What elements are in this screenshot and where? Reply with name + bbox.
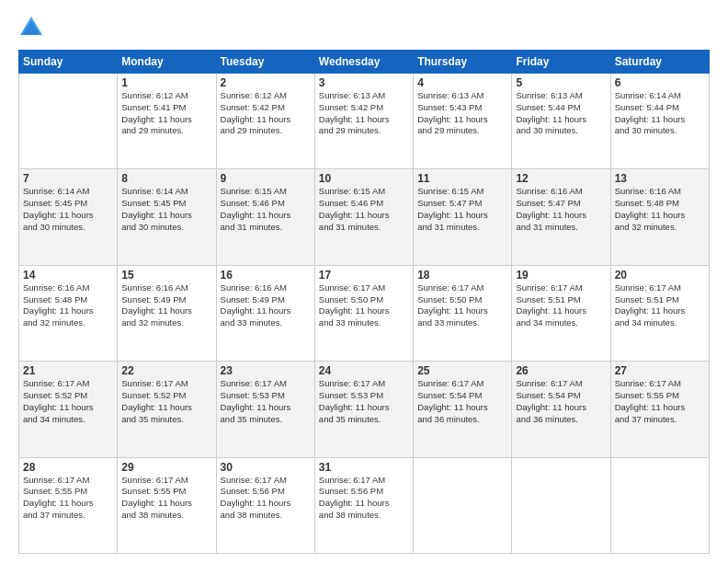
- calendar-cell: 18Sunrise: 6:17 AM Sunset: 5:50 PM Dayli…: [414, 265, 512, 361]
- day-info: Sunrise: 6:12 AM Sunset: 5:41 PM Dayligh…: [121, 90, 211, 137]
- calendar-cell: 8Sunrise: 6:14 AM Sunset: 5:45 PM Daylig…: [118, 169, 216, 265]
- day-info: Sunrise: 6:17 AM Sunset: 5:56 PM Dayligh…: [221, 475, 311, 522]
- day-info: Sunrise: 6:17 AM Sunset: 5:53 PM Dayligh…: [319, 378, 409, 425]
- day-number: 14: [23, 269, 113, 282]
- day-info: Sunrise: 6:13 AM Sunset: 5:43 PM Dayligh…: [417, 90, 507, 137]
- day-info: Sunrise: 6:15 AM Sunset: 5:46 PM Dayligh…: [319, 186, 409, 233]
- calendar-cell: [19, 74, 118, 169]
- day-info: Sunrise: 6:17 AM Sunset: 5:51 PM Dayligh…: [516, 282, 606, 329]
- day-number: 28: [23, 461, 113, 474]
- calendar-cell: 15Sunrise: 6:16 AM Sunset: 5:49 PM Dayli…: [118, 265, 216, 361]
- day-info: Sunrise: 6:17 AM Sunset: 5:51 PM Dayligh…: [615, 282, 705, 329]
- calendar-cell: 22Sunrise: 6:17 AM Sunset: 5:52 PM Dayli…: [118, 362, 216, 457]
- calendar-table: SundayMondayTuesdayWednesdayThursdayFrid…: [18, 50, 710, 554]
- day-number: 16: [221, 269, 311, 282]
- day-info: Sunrise: 6:17 AM Sunset: 5:52 PM Dayligh…: [23, 378, 113, 425]
- calendar-week-row: 28Sunrise: 6:17 AM Sunset: 5:55 PM Dayli…: [19, 457, 710, 553]
- day-number: 15: [121, 269, 211, 282]
- calendar-cell: [610, 457, 709, 553]
- calendar-header-row: SundayMondayTuesdayWednesdayThursdayFrid…: [19, 51, 710, 74]
- day-info: Sunrise: 6:14 AM Sunset: 5:44 PM Dayligh…: [615, 90, 705, 137]
- day-info: Sunrise: 6:13 AM Sunset: 5:44 PM Dayligh…: [516, 90, 606, 137]
- calendar-cell: 2Sunrise: 6:12 AM Sunset: 5:42 PM Daylig…: [216, 74, 314, 169]
- day-info: Sunrise: 6:15 AM Sunset: 5:46 PM Dayligh…: [221, 186, 311, 233]
- day-number: 18: [417, 269, 507, 282]
- day-info: Sunrise: 6:17 AM Sunset: 5:54 PM Dayligh…: [516, 378, 606, 425]
- day-info: Sunrise: 6:15 AM Sunset: 5:47 PM Dayligh…: [417, 186, 507, 233]
- day-info: Sunrise: 6:16 AM Sunset: 5:48 PM Dayligh…: [23, 282, 113, 329]
- calendar-cell: 12Sunrise: 6:16 AM Sunset: 5:47 PM Dayli…: [512, 169, 610, 265]
- day-number: 1: [121, 76, 211, 89]
- calendar-cell: 27Sunrise: 6:17 AM Sunset: 5:55 PM Dayli…: [610, 362, 709, 457]
- calendar-cell: 23Sunrise: 6:17 AM Sunset: 5:53 PM Dayli…: [216, 362, 314, 457]
- day-number: 21: [23, 364, 113, 377]
- calendar-cell: [512, 457, 610, 553]
- page: SundayMondayTuesdayWednesdayThursdayFrid…: [0, 0, 728, 563]
- calendar-cell: [414, 457, 512, 553]
- day-number: 31: [319, 461, 409, 474]
- calendar-cell: 1Sunrise: 6:12 AM Sunset: 5:41 PM Daylig…: [118, 74, 216, 169]
- day-info: Sunrise: 6:17 AM Sunset: 5:56 PM Dayligh…: [319, 475, 409, 522]
- calendar-weekday-friday: Friday: [512, 51, 610, 74]
- calendar-weekday-saturday: Saturday: [610, 51, 709, 74]
- day-info: Sunrise: 6:16 AM Sunset: 5:49 PM Dayligh…: [221, 282, 311, 329]
- calendar-cell: 28Sunrise: 6:17 AM Sunset: 5:55 PM Dayli…: [19, 457, 118, 553]
- day-number: 20: [615, 269, 705, 282]
- calendar-cell: 7Sunrise: 6:14 AM Sunset: 5:45 PM Daylig…: [19, 169, 118, 265]
- day-info: Sunrise: 6:12 AM Sunset: 5:42 PM Dayligh…: [221, 90, 311, 137]
- calendar-cell: 10Sunrise: 6:15 AM Sunset: 5:46 PM Dayli…: [314, 169, 413, 265]
- day-info: Sunrise: 6:17 AM Sunset: 5:52 PM Dayligh…: [121, 378, 211, 425]
- calendar-cell: 24Sunrise: 6:17 AM Sunset: 5:53 PM Dayli…: [314, 362, 413, 457]
- day-number: 25: [417, 364, 507, 377]
- day-number: 30: [221, 461, 311, 474]
- day-info: Sunrise: 6:17 AM Sunset: 5:53 PM Dayligh…: [221, 378, 311, 425]
- day-info: Sunrise: 6:17 AM Sunset: 5:50 PM Dayligh…: [417, 282, 507, 329]
- day-number: 23: [221, 364, 311, 377]
- day-number: 26: [516, 364, 606, 377]
- logo: [18, 15, 48, 40]
- calendar-weekday-monday: Monday: [118, 51, 216, 74]
- calendar-cell: 14Sunrise: 6:16 AM Sunset: 5:48 PM Dayli…: [19, 265, 118, 361]
- day-info: Sunrise: 6:17 AM Sunset: 5:55 PM Dayligh…: [615, 378, 705, 425]
- calendar-cell: 13Sunrise: 6:16 AM Sunset: 5:48 PM Dayli…: [610, 169, 709, 265]
- calendar-cell: 11Sunrise: 6:15 AM Sunset: 5:47 PM Dayli…: [414, 169, 512, 265]
- calendar-cell: 21Sunrise: 6:17 AM Sunset: 5:52 PM Dayli…: [19, 362, 118, 457]
- day-info: Sunrise: 6:16 AM Sunset: 5:47 PM Dayligh…: [516, 186, 606, 233]
- day-number: 12: [516, 172, 606, 185]
- calendar-week-row: 1Sunrise: 6:12 AM Sunset: 5:41 PM Daylig…: [19, 74, 710, 169]
- day-number: 29: [121, 461, 211, 474]
- day-info: Sunrise: 6:17 AM Sunset: 5:55 PM Dayligh…: [23, 475, 113, 522]
- calendar-cell: 29Sunrise: 6:17 AM Sunset: 5:55 PM Dayli…: [118, 457, 216, 553]
- calendar-cell: 17Sunrise: 6:17 AM Sunset: 5:50 PM Dayli…: [314, 265, 413, 361]
- calendar-cell: 25Sunrise: 6:17 AM Sunset: 5:54 PM Dayli…: [414, 362, 512, 457]
- day-info: Sunrise: 6:14 AM Sunset: 5:45 PM Dayligh…: [23, 186, 113, 233]
- day-number: 3: [319, 76, 409, 89]
- calendar-weekday-thursday: Thursday: [414, 51, 512, 74]
- calendar-cell: 5Sunrise: 6:13 AM Sunset: 5:44 PM Daylig…: [512, 74, 610, 169]
- day-info: Sunrise: 6:16 AM Sunset: 5:49 PM Dayligh…: [121, 282, 211, 329]
- calendar-week-row: 7Sunrise: 6:14 AM Sunset: 5:45 PM Daylig…: [19, 169, 710, 265]
- day-number: 19: [516, 269, 606, 282]
- day-number: 6: [615, 76, 705, 89]
- calendar-week-row: 21Sunrise: 6:17 AM Sunset: 5:52 PM Dayli…: [19, 362, 710, 457]
- calendar-cell: 6Sunrise: 6:14 AM Sunset: 5:44 PM Daylig…: [610, 74, 709, 169]
- day-number: 8: [121, 172, 211, 185]
- day-info: Sunrise: 6:13 AM Sunset: 5:42 PM Dayligh…: [319, 90, 409, 137]
- day-number: 17: [319, 269, 409, 282]
- day-info: Sunrise: 6:16 AM Sunset: 5:48 PM Dayligh…: [615, 186, 705, 233]
- calendar-weekday-wednesday: Wednesday: [314, 51, 413, 74]
- day-info: Sunrise: 6:17 AM Sunset: 5:55 PM Dayligh…: [121, 475, 211, 522]
- calendar-cell: 16Sunrise: 6:16 AM Sunset: 5:49 PM Dayli…: [216, 265, 314, 361]
- day-number: 2: [221, 76, 311, 89]
- logo-icon: [18, 15, 44, 40]
- day-number: 13: [615, 172, 705, 185]
- calendar-cell: 9Sunrise: 6:15 AM Sunset: 5:46 PM Daylig…: [216, 169, 314, 265]
- calendar-cell: 26Sunrise: 6:17 AM Sunset: 5:54 PM Dayli…: [512, 362, 610, 457]
- day-number: 11: [417, 172, 507, 185]
- calendar-cell: 30Sunrise: 6:17 AM Sunset: 5:56 PM Dayli…: [216, 457, 314, 553]
- day-number: 4: [417, 76, 507, 89]
- calendar-cell: 31Sunrise: 6:17 AM Sunset: 5:56 PM Dayli…: [314, 457, 413, 553]
- day-number: 27: [615, 364, 705, 377]
- day-number: 24: [319, 364, 409, 377]
- day-number: 5: [516, 76, 606, 89]
